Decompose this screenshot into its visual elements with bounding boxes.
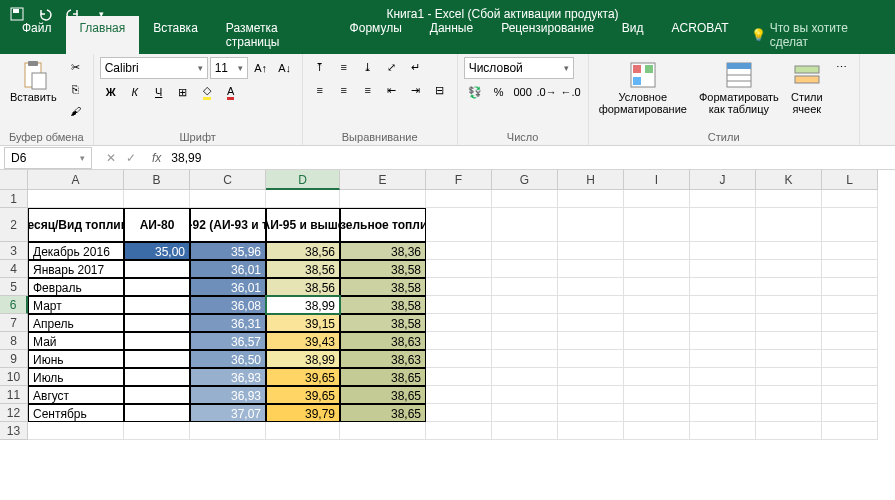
cell-D8[interactable]: 39,43 [266,332,340,350]
cell-D1[interactable] [266,190,340,208]
cell-B7[interactable] [124,314,190,332]
col-header-F[interactable]: F [426,170,492,190]
cell-J9[interactable] [690,350,756,368]
cell-J3[interactable] [690,242,756,260]
cell-E12[interactable]: 38,65 [340,404,426,422]
row-header-4[interactable]: 4 [0,260,28,278]
cell-E8[interactable]: 38,63 [340,332,426,350]
cell-E2[interactable]: Дизельное топливо [340,208,426,242]
cell-G6[interactable] [492,296,558,314]
cell-F8[interactable] [426,332,492,350]
cell-H11[interactable] [558,386,624,404]
cell-C10[interactable]: 36,93 [190,368,266,386]
cell-A4[interactable]: Январь 2017 [28,260,124,278]
cell-J11[interactable] [690,386,756,404]
cell-I10[interactable] [624,368,690,386]
tab-вид[interactable]: Вид [608,16,658,54]
cell-L11[interactable] [822,386,878,404]
cell-K7[interactable] [756,314,822,332]
cell-B8[interactable] [124,332,190,350]
cell-H4[interactable] [558,260,624,278]
cell-H8[interactable] [558,332,624,350]
cell-A9[interactable]: Июнь [28,350,124,368]
row-header-6[interactable]: 6 [0,296,28,314]
cell-D3[interactable]: 38,56 [266,242,340,260]
cell-K3[interactable] [756,242,822,260]
cell-E5[interactable]: 38,58 [340,278,426,296]
cell-C12[interactable]: 37,07 [190,404,266,422]
cell-B5[interactable] [124,278,190,296]
cell-D5[interactable]: 38,56 [266,278,340,296]
col-header-L[interactable]: L [822,170,878,190]
format-as-table-button[interactable]: Форматировать как таблицу [695,57,783,117]
cell-J1[interactable] [690,190,756,208]
cell-A3[interactable]: Декабрь 2016 [28,242,124,260]
cell-E10[interactable]: 38,65 [340,368,426,386]
cell-L10[interactable] [822,368,878,386]
fx-icon[interactable]: fx [146,151,167,165]
row-header-11[interactable]: 11 [0,386,28,404]
tab-файл[interactable]: Файл [8,16,66,54]
cell-H9[interactable] [558,350,624,368]
cell-H2[interactable] [558,208,624,242]
cell-K13[interactable] [756,422,822,440]
cell-I3[interactable] [624,242,690,260]
cell-I4[interactable] [624,260,690,278]
cell-B10[interactable] [124,368,190,386]
cell-L4[interactable] [822,260,878,278]
italic-button[interactable]: К [124,82,146,102]
row-header-7[interactable]: 7 [0,314,28,332]
cell-I7[interactable] [624,314,690,332]
tab-формулы[interactable]: Формулы [336,16,416,54]
grow-font-icon[interactable]: A↑ [250,58,272,78]
cell-F1[interactable] [426,190,492,208]
cell-J5[interactable] [690,278,756,296]
row-header-9[interactable]: 9 [0,350,28,368]
cell-K12[interactable] [756,404,822,422]
cell-C13[interactable] [190,422,266,440]
cell-L13[interactable] [822,422,878,440]
cell-E6[interactable]: 38,58 [340,296,426,314]
row-header-3[interactable]: 3 [0,242,28,260]
cell-L6[interactable] [822,296,878,314]
styles-more-icon[interactable]: ⋯ [831,57,853,77]
cell-H10[interactable] [558,368,624,386]
cell-D9[interactable]: 38,99 [266,350,340,368]
cell-E13[interactable] [340,422,426,440]
cell-J2[interactable] [690,208,756,242]
cell-I1[interactable] [624,190,690,208]
cell-L5[interactable] [822,278,878,296]
shrink-font-icon[interactable]: A↓ [274,58,296,78]
cell-I12[interactable] [624,404,690,422]
merge-icon[interactable]: ⊟ [429,80,451,100]
cell-H3[interactable] [558,242,624,260]
cell-E9[interactable]: 38,63 [340,350,426,368]
align-left-icon[interactable]: ≡ [309,80,331,100]
row-header-8[interactable]: 8 [0,332,28,350]
cell-F6[interactable] [426,296,492,314]
cell-G12[interactable] [492,404,558,422]
cell-A8[interactable]: Май [28,332,124,350]
cell-D7[interactable]: 39,15 [266,314,340,332]
cell-K2[interactable] [756,208,822,242]
cell-I8[interactable] [624,332,690,350]
cell-F5[interactable] [426,278,492,296]
cell-I2[interactable] [624,208,690,242]
cell-H13[interactable] [558,422,624,440]
cell-A7[interactable]: Апрель [28,314,124,332]
dec-decimal-icon[interactable]: ←.0 [560,82,582,102]
cell-C11[interactable]: 36,93 [190,386,266,404]
cell-A2[interactable]: Месяц/Вид топлива [28,208,124,242]
cell-B6[interactable] [124,296,190,314]
col-header-H[interactable]: H [558,170,624,190]
select-all-corner[interactable] [0,170,28,190]
inc-decimal-icon[interactable]: .0→ [536,82,558,102]
row-header-13[interactable]: 13 [0,422,28,440]
cell-L7[interactable] [822,314,878,332]
align-right-icon[interactable]: ≡ [357,80,379,100]
cell-L2[interactable] [822,208,878,242]
cell-G10[interactable] [492,368,558,386]
number-format-combo[interactable]: Числовой▾ [464,57,574,79]
cell-F7[interactable] [426,314,492,332]
orientation-icon[interactable]: ⤢ [381,57,403,77]
